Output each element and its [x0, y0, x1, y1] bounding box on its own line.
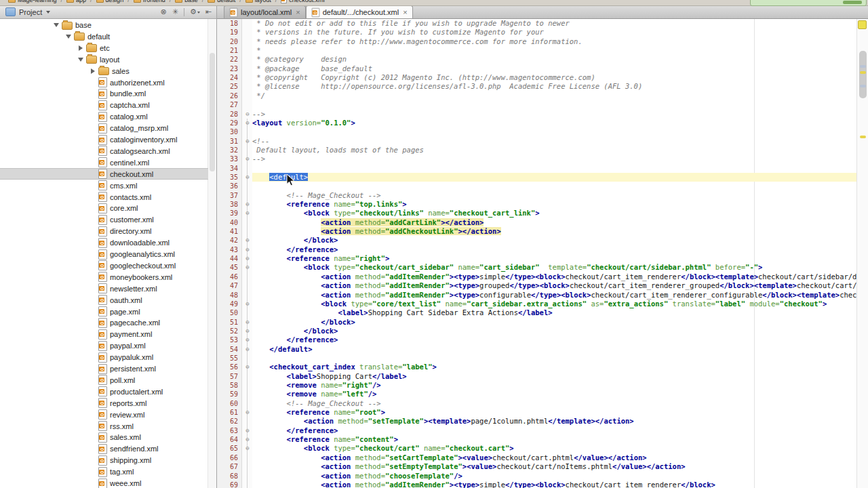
close-icon[interactable]: ⊗	[160, 8, 166, 16]
tree-item-bundle-xml[interactable]: bundle.xml	[0, 88, 208, 100]
tree-item-oauth-xml[interactable]: oauth.xml	[0, 294, 208, 306]
breadcrumb-item[interactable]: design	[96, 0, 124, 3]
tree-item-catalogsearch-xml[interactable]: catalogsearch.xml	[0, 145, 208, 157]
fold-marker-icon[interactable]: ⊖	[243, 245, 252, 254]
tree-item-newsletter-xml[interactable]: newsletter.xml	[0, 283, 208, 294]
fold-marker-icon[interactable]: ⊖	[243, 336, 252, 344]
fold-marker-icon[interactable]: ⊖	[243, 345, 252, 354]
tree-item-centinel-xml[interactable]: centinel.xml	[0, 157, 208, 168]
tree-item-productalert-xml[interactable]: productalert.xml	[0, 386, 208, 397]
fold-marker-icon[interactable]: ⊖	[243, 408, 252, 417]
tree-item-contacts-xml[interactable]: contacts.xml	[0, 191, 208, 203]
tree-item-catalog-xml[interactable]: catalog.xml	[0, 111, 208, 123]
tree-item-directory-xml[interactable]: directory.xml	[0, 226, 208, 237]
fold-marker-icon[interactable]: ⊖	[243, 209, 252, 218]
code-lines[interactable]: 18 * Do not edit or add to this file if …	[217, 19, 868, 488]
fold-marker-icon[interactable]: ⊖	[243, 137, 252, 146]
fold-marker-icon[interactable]: ⊖	[243, 254, 252, 263]
tree-item-page-xml[interactable]: page.xml	[0, 306, 208, 317]
tree-item-base[interactable]: base	[0, 20, 208, 31]
tree-item-cataloginventory-xml[interactable]: cataloginventory.xml	[0, 134, 208, 146]
tab-checkout-xml[interactable]: default/.../checkout.xml ×	[306, 5, 413, 18]
tree-item-core-xml[interactable]: core.xml	[0, 203, 208, 214]
code-text: <block type="checkout/links" name="check…	[252, 209, 540, 218]
stripe-mark-warning[interactable]	[860, 71, 866, 74]
tree-item-rss-xml[interactable]: rss.xml	[0, 420, 208, 432]
tree-item-tag-xml[interactable]: tag.xml	[0, 466, 208, 478]
tree-item-pagecache-xml[interactable]: pagecache.xml	[0, 317, 208, 329]
tree-item-review-xml[interactable]: review.xml	[0, 409, 208, 420]
breadcrumb-item[interactable]: layout	[245, 0, 271, 3]
fold-marker-icon[interactable]: ⊖	[243, 300, 252, 308]
tree-item-layout[interactable]: layout	[0, 54, 208, 65]
breadcrumb-item[interactable]: default	[208, 0, 235, 3]
code-editor[interactable]: 18 * Do not edit or add to this file if …	[217, 19, 868, 488]
breadcrumb-item[interactable]: checkout.xml	[281, 0, 325, 3]
chevron-right-icon[interactable]	[75, 45, 86, 51]
tree-item-googleanalytics-xml[interactable]: googleanalytics.xml	[0, 249, 208, 260]
tree-item-persistent-xml[interactable]: persistent.xml	[0, 363, 208, 375]
tree-item-authorizenet-xml[interactable]: authorizenet.xml	[0, 77, 208, 88]
editor-scrollbar[interactable]	[856, 19, 868, 488]
tree-item-checkout-xml[interactable]: checkout.xml	[0, 168, 208, 180]
inspection-status-widget[interactable]	[750, 0, 867, 6]
tree-scrollbar-thumb[interactable]	[210, 53, 215, 171]
breadcrumb-item[interactable]: Mage-learning	[8, 0, 57, 3]
fold-marker-icon[interactable]: ⊖	[243, 426, 252, 435]
tree-item-reports-xml[interactable]: reports.xml	[0, 397, 208, 409]
stripe-mark[interactable]	[860, 65, 866, 68]
tree-item-sales[interactable]: sales	[0, 65, 208, 77]
editor-scrollbar-thumb[interactable]	[859, 51, 867, 98]
breadcrumb-item[interactable]: frontend	[134, 0, 165, 3]
hide-panel-icon[interactable]: ⇤	[205, 8, 212, 16]
tree-item-captcha-xml[interactable]: captcha.xml	[0, 100, 208, 111]
tree-item-default[interactable]: default	[0, 30, 208, 42]
close-icon[interactable]: ×	[403, 9, 407, 16]
breadcrumb-item[interactable]: app	[66, 0, 86, 3]
tree-item-cms-xml[interactable]: cms.xml	[0, 180, 208, 191]
fold-marker-icon[interactable]: ⊖	[243, 155, 252, 163]
fold-marker-icon[interactable]: ⊖	[243, 119, 252, 127]
tree-item-sales-xml[interactable]: sales.xml	[0, 432, 208, 443]
panel-splitter[interactable]	[216, 5, 217, 488]
tree-item-catalog_msrp-xml[interactable]: catalog_msrp.xml	[0, 123, 208, 134]
stripe-mark[interactable]	[860, 85, 866, 87]
fold-marker-icon[interactable]: ⊖	[243, 110, 252, 119]
tree-item-sendfriend-xml[interactable]: sendfriend.xml	[0, 443, 208, 455]
chevron-right-icon[interactable]	[87, 68, 98, 74]
tree-item-googlecheckout-xml[interactable]: googlecheckout.xml	[0, 260, 208, 271]
chevron-down-icon[interactable]	[75, 58, 86, 62]
tree-scrollbar[interactable]	[208, 19, 216, 488]
tree-item-weee-xml[interactable]: weee.xml	[0, 478, 208, 488]
fold-marker-icon[interactable]: ⊖	[243, 236, 252, 245]
fold-marker-icon[interactable]: ⊖	[243, 327, 252, 336]
tree-item-downloadable-xml[interactable]: downloadable.xml	[0, 237, 208, 249]
tree-item-etc[interactable]: etc	[0, 42, 208, 54]
tree-item-moneybookers-xml[interactable]: moneybookers.xml	[0, 271, 208, 283]
highlight-icon[interactable]: ✳	[172, 8, 178, 16]
tree-item-poll-xml[interactable]: poll.xml	[0, 374, 208, 386]
fold-marker-icon[interactable]: ⊖	[243, 318, 252, 327]
fold-marker-icon[interactable]: ⊖	[243, 173, 252, 182]
inspection-indicator-icon[interactable]	[858, 20, 867, 29]
fold-marker-icon[interactable]: ⊖	[243, 263, 252, 272]
breadcrumb-item[interactable]: base	[175, 0, 198, 3]
fold-marker-icon[interactable]: ⊖	[243, 200, 252, 209]
stripe-mark-warning[interactable]	[860, 136, 866, 138]
tree-item-customer-xml[interactable]: customer.xml	[0, 214, 208, 226]
code-line-39: 39⊖ <block type="checkout/links" name="c…	[217, 209, 868, 218]
tab-layout-local-xml[interactable]: layout/local.xml ×	[224, 5, 306, 18]
fold-marker-icon[interactable]: ⊖	[243, 444, 252, 453]
gear-icon[interactable]: ⚙	[190, 8, 200, 16]
fold-marker-icon[interactable]: ⊖	[243, 435, 252, 444]
chevron-down-icon[interactable]	[46, 11, 50, 14]
chevron-down-icon[interactable]	[51, 23, 62, 27]
chevron-down-icon[interactable]	[63, 35, 74, 39]
fold-marker-icon[interactable]: ⊖	[243, 363, 252, 371]
tree-item-payment-xml[interactable]: payment.xml	[0, 329, 208, 340]
tree-item-paypaluk-xml[interactable]: paypaluk.xml	[0, 352, 208, 363]
close-icon[interactable]: ×	[296, 9, 300, 16]
tree-item-paypal-xml[interactable]: paypal.xml	[0, 340, 208, 352]
tree-item-shipping-xml[interactable]: shipping.xml	[0, 455, 208, 466]
breadcrumb-label: frontend	[143, 0, 165, 3]
